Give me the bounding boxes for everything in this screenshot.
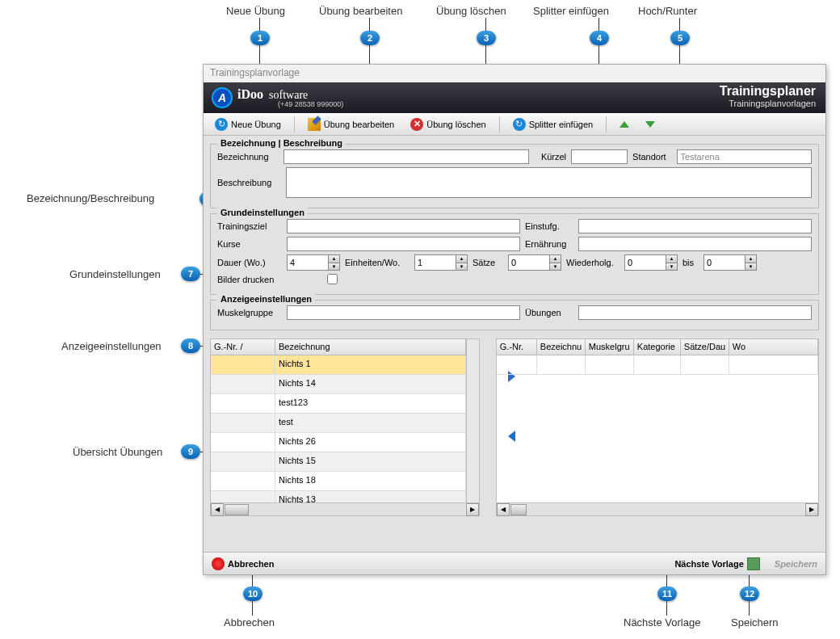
new-exercise-button[interactable]: ↻ Neue Übung	[208, 116, 288, 132]
einheiten-value[interactable]	[415, 255, 456, 270]
col[interactable]: Bezeichnu	[537, 339, 586, 355]
table-row[interactable]: Nichts 13	[211, 491, 466, 502]
tb-label: Übung löschen	[426, 120, 485, 129]
brand-name: iDoo	[237, 87, 263, 101]
spin-down[interactable]: ▼	[328, 263, 339, 271]
left-table: G.-Nr. / Bezeichnung Nichts 1Nichts 14te…	[210, 338, 480, 516]
bezeichnung-input[interactable]	[284, 149, 529, 164]
spin-up[interactable]: ▲	[666, 255, 677, 263]
wdh-value[interactable]	[625, 255, 666, 270]
table-row[interactable]: Nichts 1	[211, 355, 466, 375]
spin-down[interactable]: ▼	[549, 263, 561, 271]
hscrollbar[interactable]: ◀ ▶	[211, 502, 479, 515]
kuerzel-input[interactable]	[571, 149, 628, 164]
arrow-down-icon	[645, 121, 655, 128]
table-row[interactable]	[497, 355, 818, 375]
einheiten-spinner[interactable]: ▲▼	[414, 254, 468, 271]
callout-bubble-4: 4	[590, 31, 609, 45]
left-table-body[interactable]: Nichts 1Nichts 14test123testNichts 26Nic…	[211, 355, 466, 502]
einstufg-label: Einstufg.	[525, 221, 573, 231]
bis-spinner[interactable]: ▲▼	[704, 254, 757, 271]
dauer-value[interactable]	[288, 255, 328, 270]
col[interactable]: Wo	[729, 339, 818, 355]
table-row[interactable]: Nichts 26	[211, 433, 466, 452]
edit-icon	[308, 118, 321, 131]
spin-down[interactable]: ▼	[456, 263, 467, 271]
next-template-button[interactable]: Nächste Vorlage	[674, 557, 759, 570]
scroll-right-icon[interactable]: ▶	[805, 503, 818, 516]
saetze-value[interactable]	[509, 255, 549, 270]
scroll-right-icon[interactable]: ▶	[466, 503, 479, 516]
scroll-left-icon[interactable]: ◀	[497, 503, 510, 516]
einstufg-input[interactable]	[578, 219, 812, 233]
table-row[interactable]: Nichts 14	[211, 375, 466, 394]
move-up-button[interactable]	[613, 120, 636, 129]
col[interactable]: Kategorie	[634, 339, 681, 355]
line	[598, 18, 599, 31]
wdh-spinner[interactable]: ▲▼	[624, 254, 678, 271]
trainingsziel-label: Trainingsziel	[217, 221, 282, 231]
spin-down[interactable]: ▼	[666, 263, 677, 271]
cancel-button[interactable]: Abbrechen	[212, 557, 274, 570]
line	[259, 18, 260, 31]
col-gnr[interactable]: G.-Nr. /	[211, 339, 275, 355]
bis-value[interactable]	[704, 255, 745, 270]
table-row[interactable]: test	[211, 414, 466, 433]
col-bezeichnung[interactable]: Bezeichnung	[275, 339, 466, 355]
bilder-label: Bilder drucken	[217, 275, 282, 284]
table-row[interactable]: Nichts 18	[211, 472, 466, 491]
einheiten-label: Einheiten/Wo.	[345, 258, 410, 267]
table-row[interactable]: test123	[211, 394, 466, 414]
wdh-label: Wiederholg.	[566, 258, 620, 267]
callout-bubble-3: 3	[477, 31, 496, 45]
callout-label-6: Bezeichnung/Beschreibung	[27, 192, 154, 204]
spin-up[interactable]: ▲	[328, 255, 339, 263]
right-table-body[interactable]	[497, 355, 818, 502]
callout-label-11: Nächste Vorlage	[624, 616, 700, 628]
delete-exercise-button[interactable]: ✕ Übung löschen	[404, 116, 492, 132]
beschreibung-textarea[interactable]	[286, 167, 812, 198]
cancel-label: Abbrechen	[228, 559, 274, 569]
standort-input[interactable]	[677, 149, 812, 164]
line	[749, 601, 750, 616]
brand-sub: software	[269, 89, 308, 101]
muskelgruppe-input[interactable]	[287, 305, 520, 320]
header-bar: A iDoo software (+49 28538 999000) Train…	[204, 82, 825, 113]
table-row[interactable]: Nichts 15	[211, 452, 466, 472]
spin-down[interactable]: ▼	[745, 263, 756, 271]
spin-up[interactable]: ▲	[745, 255, 756, 263]
refresh-icon: ↻	[513, 118, 526, 131]
callout-label-12: Speichern	[731, 616, 779, 628]
edit-exercise-button[interactable]: Übung bearbeiten	[301, 116, 401, 132]
uebungen-input[interactable]	[578, 305, 812, 320]
spin-up[interactable]: ▲	[456, 255, 467, 263]
next-label: Nächste Vorlage	[674, 559, 743, 569]
spin-up[interactable]: ▲	[549, 255, 561, 263]
trainingsziel-input[interactable]	[287, 219, 520, 233]
kurse-input[interactable]	[287, 237, 520, 251]
move-down-button[interactable]	[639, 120, 662, 129]
line	[252, 601, 253, 616]
saetze-spinner[interactable]: ▲▼	[508, 254, 561, 271]
save-button[interactable]: Speichern	[775, 559, 817, 569]
delete-icon: ✕	[410, 118, 423, 131]
insert-splitter-button[interactable]: ↻ Splitter einfügen	[506, 116, 600, 132]
bilder-checkbox[interactable]	[327, 274, 338, 284]
ernaehrung-input[interactable]	[578, 237, 812, 251]
dauer-spinner[interactable]: ▲▼	[287, 254, 340, 271]
callout-label-9: Übersicht Übungen	[73, 446, 162, 458]
separator	[606, 116, 607, 132]
col[interactable]: G.-Nr.	[497, 339, 537, 355]
beschreibung-label: Beschreibung	[217, 178, 281, 187]
callout-label-8: Anzeigeeinstellungen	[61, 340, 162, 352]
vscrollbar[interactable]	[466, 339, 479, 502]
separator	[499, 116, 500, 132]
hscrollbar[interactable]: ◀ ▶	[497, 502, 818, 515]
col[interactable]: Muskelgru	[586, 339, 634, 355]
col[interactable]: Sätze/Dau	[681, 339, 729, 355]
arrow-up-icon	[620, 121, 629, 128]
callout-label-10: Abbrechen	[224, 616, 275, 628]
right-table: G.-Nr. Bezeichnu Muskelgru Kategorie Sät…	[496, 338, 819, 516]
ernaehrung-label: Ernährung	[525, 239, 573, 249]
scroll-left-icon[interactable]: ◀	[211, 503, 224, 516]
